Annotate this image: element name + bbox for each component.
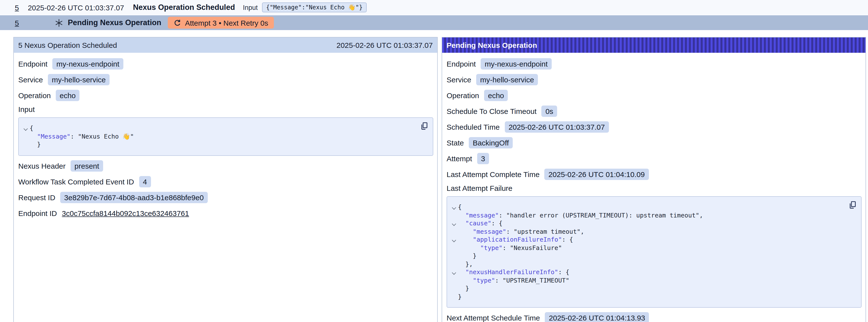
event-title: Pending Nexus Operation [68, 18, 161, 27]
json-line: }, [450, 260, 846, 268]
collapse-chevron-icon[interactable] [452, 271, 456, 275]
field-label: Scheduled Time [446, 123, 500, 131]
json-line-text: { [458, 203, 462, 211]
field-label: Endpoint [18, 60, 48, 68]
field-label: State [446, 138, 464, 147]
history-row-nexus-operation-scheduled[interactable]: 5 2025-02-26 UTC 01:03:37.07 Nexus Opera… [0, 0, 868, 15]
field-label: Operation [446, 91, 479, 100]
failure-block-label: Last Attempt Failure [446, 184, 862, 194]
field-scheduled-time: Scheduled Time2025-02-26 UTC 01:03:37.07 [446, 121, 862, 133]
input-payload-chip[interactable]: {"Message":"Nexus Echo 👋"} [262, 2, 366, 12]
collapse-chevron-icon[interactable] [24, 127, 28, 131]
json-line-gutter [450, 219, 458, 225]
json-line: { [22, 124, 418, 132]
json-line: } [450, 285, 846, 293]
input-json-block: { "Message": "Nexus Echo 👋" } [18, 117, 433, 156]
copy-button[interactable] [420, 122, 428, 130]
json-line: "message": "upstream timeout", [450, 228, 846, 236]
field-label: Endpoint [446, 60, 476, 68]
pending-operation-panel: Pending Nexus Operation Endpointmy-nexus… [442, 37, 866, 322]
json-line-text: { [30, 124, 33, 132]
field-attempt: Attempt3 [446, 152, 862, 165]
retry-icon [174, 19, 181, 26]
field-state: StateBackingOff [446, 137, 862, 149]
json-line: "cause": { [450, 219, 846, 228]
retry-attempt-badge: Attempt 3 • Next Retry 0s [168, 17, 274, 29]
field-endpoint: Endpointmy-nexus-endpoint [18, 58, 433, 70]
panel-header-pending: Pending Nexus Operation [442, 37, 866, 53]
json-line: "applicationFailureInfo": { [450, 236, 846, 244]
event-id-link[interactable]: 5 [15, 19, 19, 27]
input-block-label: Input [18, 105, 433, 115]
field-value-chip: my-hello-service [48, 74, 110, 85]
json-line-text: } [458, 285, 469, 293]
field-value-link[interactable]: 3c0c75ccfa8144b092c13ce632463761 [62, 209, 189, 217]
copy-button[interactable] [848, 201, 857, 209]
json-line-text: } [458, 252, 476, 260]
field-value-chip: echo [484, 90, 508, 101]
json-line: "nexusHandlerFailureInfo": { [450, 268, 846, 277]
copy-icon [848, 201, 857, 209]
panel-title: 5 Nexus Operation Scheduled [18, 41, 117, 49]
collapse-chevron-icon[interactable] [452, 222, 456, 226]
json-line-text: "cause": { [458, 219, 503, 228]
panel-title: Pending Nexus Operation [446, 41, 537, 49]
json-line: "Message": "Nexus Echo 👋" [22, 132, 418, 140]
json-line-gutter [22, 124, 30, 130]
json-line: } [450, 252, 846, 260]
json-line-text: } [458, 293, 462, 301]
collapse-chevron-icon[interactable] [452, 238, 456, 243]
field-label: Service [18, 75, 43, 84]
field-service: Servicemy-hello-service [446, 73, 862, 86]
field-endpoint-id: Endpoint ID3c0c75ccfa8144b092c13ce632463… [18, 207, 433, 219]
json-line: "type": "UPSTREAM_TIMEOUT" [450, 277, 846, 285]
json-line-text: }, [458, 260, 473, 268]
panel-header-scheduled: 5 Nexus Operation Scheduled 2025-02-26 U… [14, 37, 437, 53]
input-label: Input [243, 4, 257, 11]
field-next-attempt-schedule-time: Next Attempt Schedule Time2025-02-26 UTC… [446, 312, 862, 322]
field-endpoint: Endpointmy-nexus-endpoint [446, 58, 862, 70]
event-title: Nexus Operation Scheduled [133, 3, 235, 12]
field-value-chip: 0s [541, 105, 557, 117]
field-label: Request ID [18, 193, 55, 201]
field-value-chip: my-hello-service [476, 74, 538, 85]
field-workflow-task-completed-event-id: Workflow Task Completed Event ID4 [18, 175, 433, 188]
json-line: } [450, 293, 846, 301]
field-value-chip: my-nexus-endpoint [480, 58, 552, 69]
json-line-text: "type": "UPSTREAM_TIMEOUT" [458, 277, 569, 285]
field-value-chip: BackingOff [469, 137, 513, 149]
collapse-chevron-icon[interactable] [452, 205, 456, 210]
field-label: Workflow Task Completed Event ID [18, 177, 134, 186]
field-nexus-header: Nexus Headerpresent [18, 160, 433, 172]
field-label: Endpoint ID [18, 209, 57, 217]
field-value-chip: 3 [477, 153, 489, 164]
nexus-event-history-view: 5 2025-02-26 UTC 01:03:37.07 Nexus Opera… [0, 0, 868, 322]
event-detail-panel-scheduled: 5 Nexus Operation Scheduled 2025-02-26 U… [13, 37, 438, 322]
json-line-text: "nexusHandlerFailureInfo": { [458, 268, 569, 277]
field-service: Servicemy-hello-service [18, 73, 433, 86]
field-operation: Operationecho [18, 89, 433, 102]
event-id-link[interactable]: 5 [15, 3, 19, 11]
field-value-chip: 3e829b7e-7d67-4b08-aad3-b1e868bfe9e0 [60, 192, 208, 203]
field-value-chip: 2025-02-26 UTC 01:03:37.07 [504, 121, 609, 133]
json-line-text: "Message": "Nexus Echo 👋" [30, 132, 134, 140]
json-line: "message": "handler error (UPSTREAM_TIME… [450, 211, 846, 219]
field-value-chip: echo [56, 90, 80, 101]
field-label: Service [446, 75, 471, 84]
retry-badge-label: Attempt 3 • Next Retry 0s [185, 19, 268, 27]
field-label: Last Attempt Complete Time [446, 170, 539, 179]
event-timestamp: 2025-02-26 UTC 01:03:37.07 [28, 3, 124, 11]
field-value-chip: 2025-02-26 UTC 01:04:13.93 [545, 312, 649, 322]
json-line: { [450, 203, 846, 211]
field-label: Operation [18, 91, 51, 100]
json-line-text: "message": "upstream timeout", [458, 228, 584, 236]
history-row-pending-nexus-operation[interactable]: 5 Pending Nexus Operation Attempt 3 • Ne… [0, 15, 868, 31]
field-value-chip: present [70, 160, 103, 171]
field-operation: Operationecho [446, 89, 862, 102]
field-request-id: Request ID3e829b7e-7d67-4b08-aad3-b1e868… [18, 191, 433, 203]
field-value-chip: my-nexus-endpoint [52, 58, 123, 69]
json-line-gutter [450, 236, 458, 242]
field-label: Schedule To Close Timeout [446, 107, 537, 116]
field-schedule-to-close-timeout: Schedule To Close Timeout0s [446, 105, 862, 117]
last-attempt-failure-json-block: { "message": "handler error (UPSTREAM_TI… [446, 196, 862, 308]
